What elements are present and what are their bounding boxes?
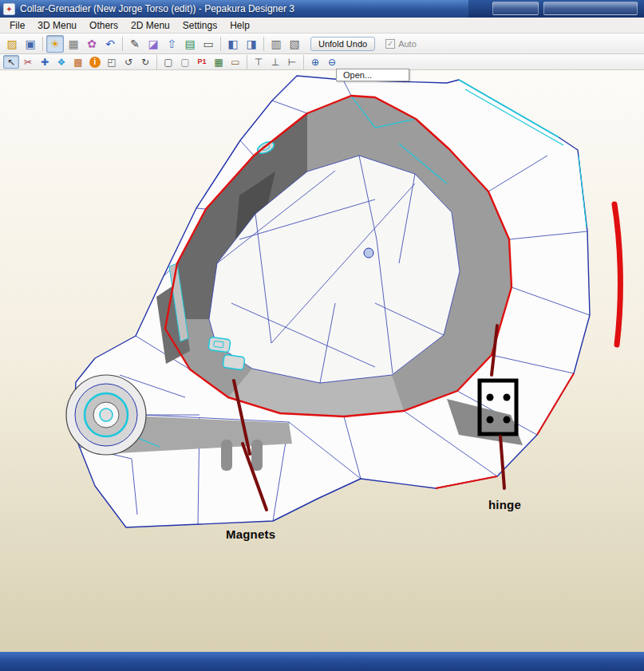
annotation-magnets-label: Magnets: [226, 527, 275, 541]
toolbar-separator: [303, 55, 304, 69]
zoom-in-icon[interactable]: ⊕: [307, 55, 323, 69]
rotate-right-icon[interactable]: ↻: [137, 55, 153, 69]
material-palette-icon[interactable]: ✿: [83, 35, 101, 53]
toolbar-main: ▨▣☀▦✿↶✎◪⇧▤▭◧◨▥▧Unfold Undo✓Auto: [0, 34, 644, 54]
zoom-out-icon[interactable]: ⊖: [324, 55, 340, 69]
toolbar-separator: [247, 55, 247, 69]
annotation-hinge-label: hinge: [488, 498, 521, 511]
rotate-left-icon: ↺: [124, 57, 132, 67]
zoom-out-icon: ⊖: [328, 57, 336, 67]
join-edge-icon[interactable]: ✚: [37, 55, 53, 69]
menu-3d-menu[interactable]: 3D Menu: [31, 18, 83, 33]
open-icon: ▨: [6, 38, 17, 49]
info-icon[interactable]: i: [87, 55, 103, 69]
divide-edge-icon: ✂: [24, 57, 32, 67]
print-layout-icon: ▥: [271, 38, 281, 49]
eraser-icon[interactable]: ◪: [144, 35, 162, 53]
align-bottom-icon[interactable]: ⊥: [267, 55, 283, 69]
toolbar-separator: [263, 37, 264, 51]
model-canvas: [0, 70, 644, 652]
pen-icon[interactable]: ✎: [126, 35, 144, 53]
taskbar[interactable]: [0, 652, 644, 671]
background-window-button[interactable]: [543, 2, 638, 15]
layout-2d-window-icon: ◨: [246, 38, 256, 49]
hinge-circles: [66, 375, 146, 455]
toolbar-separator: [42, 37, 43, 51]
app-icon: ✦: [3, 3, 15, 15]
menu-settings[interactable]: Settings: [176, 18, 223, 33]
page-setup-icon: ▧: [289, 38, 299, 49]
auto-checkbox[interactable]: ✓: [385, 39, 395, 49]
select-arrow-icon: ↖: [7, 57, 15, 67]
save-icon: ▣: [25, 38, 35, 49]
page-setup-icon[interactable]: ▧: [286, 35, 303, 53]
ruler-icon: ▭: [231, 57, 239, 67]
align-top-icon[interactable]: ⊤: [251, 55, 267, 69]
ruler-icon[interactable]: ▭: [227, 55, 243, 69]
join-edge-icon: ✚: [41, 57, 49, 67]
menu-2d-menu[interactable]: 2D Menu: [124, 18, 176, 33]
part-number-icon: P1: [197, 58, 206, 65]
toolbar-separator: [156, 55, 157, 69]
select-part-icon: ▢: [180, 57, 189, 67]
rotate-left-icon[interactable]: ↺: [121, 55, 136, 69]
grid-icon: ▦: [214, 57, 223, 67]
texture-stack-icon: ▩: [73, 57, 82, 67]
undo-icon[interactable]: ↶: [101, 35, 119, 53]
paint-face-icon[interactable]: ❖: [53, 55, 69, 69]
layout-3d-window-icon[interactable]: ◧: [224, 35, 242, 53]
menu-help[interactable]: Help: [223, 18, 256, 33]
select-rect-icon[interactable]: ▢: [160, 55, 176, 69]
divide-edge-icon[interactable]: ✂: [20, 55, 36, 69]
undo-icon: ↶: [105, 38, 115, 49]
window-title: Collar-Grenadier (New Jorge Torso (edit)…: [20, 3, 294, 14]
background-window-button[interactable]: [492, 2, 539, 15]
paint-face-icon: ❖: [57, 57, 66, 67]
texture-view-icon: ▦: [68, 38, 78, 49]
align-left-icon[interactable]: ⊢: [284, 55, 300, 69]
select-arrow-icon[interactable]: ↖: [3, 55, 19, 69]
layout-2d-window-icon[interactable]: ◨: [243, 35, 260, 53]
arrow-up-icon: ⇧: [167, 38, 176, 49]
menu-bar: File3D MenuOthers2D MenuSettingsHelp: [0, 18, 644, 34]
menu-file[interactable]: File: [3, 18, 31, 33]
texture-view-icon[interactable]: ▦: [65, 35, 82, 53]
toolbar-separator: [220, 37, 221, 51]
select-rect-icon: ▢: [164, 57, 172, 67]
eraser-icon: ◪: [148, 38, 158, 49]
texture-stack-icon[interactable]: ▩: [70, 55, 86, 69]
tooltip-open: Open...: [336, 69, 409, 81]
save-icon[interactable]: ▣: [22, 35, 39, 53]
select-part-icon[interactable]: ▢: [177, 55, 193, 69]
menu-others[interactable]: Others: [83, 18, 124, 33]
print-layout-icon[interactable]: ▥: [267, 35, 285, 53]
render-toggle-icon[interactable]: ☀: [46, 35, 64, 53]
arrow-up-icon[interactable]: ⇧: [163, 35, 180, 53]
layout-3d-window-icon: ◧: [227, 38, 238, 49]
align-top-icon: ⊤: [255, 57, 263, 67]
unfold-undo-button[interactable]: Unfold Undo: [310, 37, 375, 51]
toolbar-separator: [122, 37, 123, 51]
background-taskbar-fragment: [468, 0, 644, 18]
box-part-icon[interactable]: ◰: [104, 55, 120, 69]
info-icon: i: [89, 57, 101, 68]
capture-icon: ▭: [203, 38, 213, 49]
material-palette-icon: ✿: [87, 38, 97, 49]
auto-checkbox-group: ✓Auto: [385, 39, 417, 49]
align-bottom-icon: ⊥: [271, 57, 279, 67]
auto-checkbox-label: Auto: [398, 39, 417, 49]
detail-circle: [364, 248, 373, 258]
export-page-icon: ▤: [184, 38, 195, 49]
export-page-icon[interactable]: ▤: [181, 35, 199, 53]
zoom-in-icon: ⊕: [311, 57, 319, 67]
model-viewport[interactable]: Magnets hinge: [0, 70, 644, 652]
align-left-icon: ⊢: [288, 57, 296, 67]
render-toggle-icon: ☀: [50, 38, 61, 49]
capture-icon[interactable]: ▭: [200, 35, 217, 53]
part-number-icon[interactable]: P1: [194, 55, 210, 69]
toolbar-secondary: ↖✂✚❖▩i◰↺↻▢▢P1▦▭⊤⊥⊢⊕⊖: [0, 54, 644, 70]
title-bar: ✦ Collar-Grenadier (New Jorge Torso (edi…: [0, 0, 644, 18]
grid-icon[interactable]: ▦: [211, 55, 227, 69]
rotate-right-icon: ↻: [141, 57, 149, 67]
open-icon[interactable]: ▨: [3, 35, 21, 53]
